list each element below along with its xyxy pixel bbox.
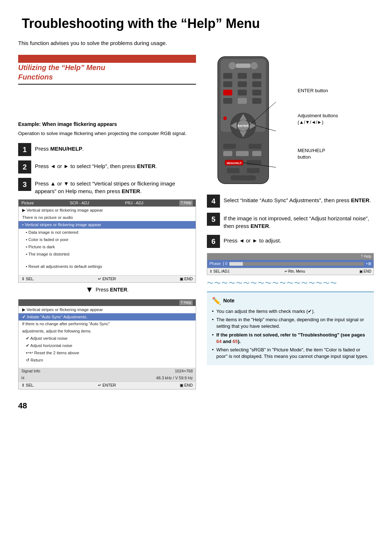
menu-item-3-highlighted: • Vertical stripes or flickering image a… (19, 221, 196, 228)
svg-rect-25 (223, 144, 236, 149)
operation-text: Operation to solve image flickering when… (18, 130, 196, 137)
menu-item-1: ▶ Vertical stripes or flickering image a… (19, 207, 196, 214)
svg-rect-15 (238, 98, 247, 104)
step-5: 5 If the image is not improved, select “… (207, 213, 374, 230)
svg-point-2 (229, 62, 236, 69)
svg-rect-9 (238, 81, 247, 87)
svg-rect-34 (247, 168, 260, 173)
svg-rect-35 (230, 175, 256, 180)
svg-rect-11 (223, 90, 232, 95)
menu-item-5: • Color is faded or poor (19, 236, 196, 243)
step-6: 6 Press ◄ or ► to adjust. (207, 235, 374, 248)
menu-footer-2: ⇕ SEL. ↵ ENTER ▣ END (19, 381, 196, 389)
phase-bar (229, 262, 363, 266)
note-icon: ✏️ (212, 296, 221, 306)
page-title: Troubleshooting with the “Help” Menu (18, 15, 374, 33)
phase-row: Phase [ 0 +⊞ (207, 260, 373, 268)
down-arrow-icon: ▼ (86, 284, 94, 295)
step-2-text: Press ◄ or ► to select “Help”, then pres… (35, 160, 157, 170)
svg-rect-28 (236, 151, 249, 156)
svg-rect-32 (247, 160, 261, 165)
svg-point-3 (250, 62, 258, 69)
svg-rect-16 (252, 98, 261, 104)
menu-help-callout: MENU/HELP button (298, 147, 374, 160)
note-item-3: If the problem is not solved, refer to "… (212, 332, 369, 345)
step-5-text: If the image is not improved, select “Ad… (224, 213, 374, 230)
page-number: 48 (18, 400, 196, 412)
step-6-text: Press ◄ or ► to adjust. (224, 235, 281, 244)
note-item-2: The items in the "Help" menu change, dep… (212, 317, 369, 330)
menu-item-spacer2 (19, 270, 196, 275)
menu-item-4: • Data image is not centered (19, 229, 196, 236)
menu-help-label: MENU/HELP (298, 148, 325, 153)
menu-s2-spacer (19, 364, 196, 368)
step-3-text: Press ▲ or ▼ to select “Vertical stripes… (35, 178, 196, 195)
menu-item-2: There is no picture or audio (19, 214, 196, 221)
step-5-number: 5 (207, 213, 220, 226)
svg-rect-8 (223, 81, 232, 87)
step-1: 1 Press MENU/HELP. (18, 143, 196, 156)
menu-s2-signal: Signal Info 1024×768 (19, 368, 196, 375)
menu-help-sub: button (298, 154, 311, 160)
intro-text: This function advises you to solve the p… (18, 39, 374, 47)
menu-s2-item-3: If there is no change after performing "… (19, 321, 196, 327)
adjustment-buttons-symbols: (▲/▼/◄/►) (298, 119, 323, 125)
step-3: 3 Press ▲ or ▼ to select “Vertical strip… (18, 178, 196, 195)
svg-point-24 (223, 117, 227, 120)
adjustment-buttons-label: Adjustment buttons (298, 113, 338, 118)
phase-header: ? Help (207, 253, 373, 260)
step-2-number: 2 (18, 160, 31, 174)
step-2: 2 Press ◄ or ► to select “Help”, then pr… (18, 160, 196, 174)
step-4: 4 Select “Initiate “Auto Sync” Adjustmen… (207, 195, 374, 208)
menu-header-1: Picture SCR - ADJ PRJ - ADJ ? Help (19, 200, 196, 207)
svg-rect-6 (238, 73, 247, 79)
menu-s2-hz: H 48.3 kHz / V 59.9 Hz (19, 375, 196, 381)
step-1-number: 1 (18, 143, 31, 156)
menu-item-reset: • Reset all adjustments to default setti… (19, 263, 196, 270)
adjustment-buttons-callout: Adjustment buttons (▲/▼/◄/►) (298, 113, 374, 126)
note-item-4: When selecting "sRGB" in "Picture Mode",… (212, 347, 369, 360)
remote-control-svg: ENTER MENU/HELP (207, 55, 279, 189)
svg-rect-26 (249, 144, 261, 149)
svg-rect-13 (252, 90, 261, 95)
svg-rect-12 (238, 90, 247, 95)
menu-s2-item-5: ✔ Adjust vertical noise (19, 335, 196, 342)
svg-rect-7 (252, 73, 261, 79)
subsection-title: Utilizing the “Help” Menu Functions (18, 63, 196, 85)
right-column: ENTER MENU/HELP (207, 55, 374, 411)
note-section: ✏️ Note You can adjust the items with ch… (207, 291, 374, 365)
menu-s2-item-1: ▶ Vertical stripes or flickering image a… (19, 306, 196, 313)
press-enter-row: ▼ Press ENTER. (18, 284, 196, 295)
menu-footer-1: ⇕ SEL. ↵ ENTER ▣ END (19, 275, 196, 282)
menu-s2-item-7: ↩↩ Reset the 2 items above (19, 349, 196, 356)
menu-item-spacer (19, 258, 196, 263)
svg-rect-14 (223, 98, 232, 104)
svg-rect-29 (252, 151, 261, 156)
note-list: You can adjust the items with check mark… (212, 308, 369, 360)
left-column: Utilizing the “Help” Menu Functions Exam… (18, 55, 196, 411)
svg-text:MENU/HELP: MENU/HELP (226, 162, 242, 164)
menu-s2-item-8: ↺ Return (19, 356, 196, 364)
example-text: Example: When image flickering appears (18, 121, 196, 128)
svg-rect-33 (227, 168, 240, 173)
right-steps: 4 Select “Initiate “Auto Sync” Adjustmen… (207, 195, 374, 365)
note-title: ✏️ Note (212, 296, 369, 306)
svg-rect-27 (223, 151, 232, 156)
menu-screenshot-1: Picture SCR - ADJ PRJ - ADJ ? Help ▶ Ver… (18, 199, 196, 283)
step-6-number: 6 (207, 235, 220, 248)
remote-container: ENTER MENU/HELP (207, 55, 290, 191)
step-4-number: 4 (207, 195, 220, 208)
menu-s2-item-4: adjustments, adjust the following items. (19, 328, 196, 335)
menu-screenshot-2: ? Help ▶ Vertical stripes or flickering … (18, 299, 196, 389)
step-1-text: Press MENU/HELP. (35, 143, 84, 152)
svg-rect-10 (252, 81, 261, 87)
section-bar (18, 55, 196, 63)
enter-button-label: ENTER button (298, 88, 328, 93)
phase-footer: ⇕ SEL./ADJ. ↵ Rtn. Menu ▣ END (207, 268, 373, 275)
svg-rect-4 (236, 64, 250, 68)
wavy-divider: 〜〜〜〜〜〜〜〜〜〜〜〜〜〜〜〜〜〜 (207, 279, 374, 288)
svg-text:ENTER: ENTER (238, 124, 249, 128)
menu-s2-item-2-highlighted: ✔ Initiate "Auto Sync" Adjustments. (19, 313, 196, 321)
menu-item-6: • Picture is dark (19, 243, 196, 250)
phase-screenshot: ? Help Phase [ 0 +⊞ ⇕ SEL./ADJ. ↵ Rtn. M… (207, 253, 374, 275)
